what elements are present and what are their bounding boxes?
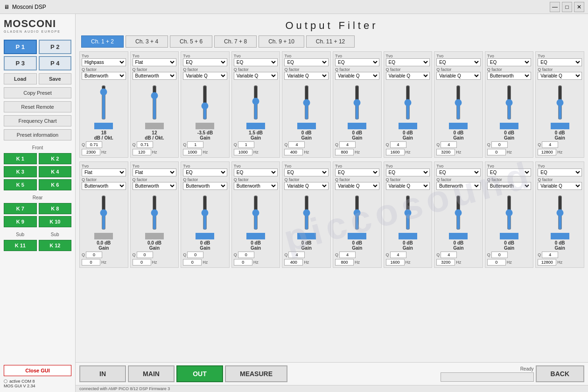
gain-slider-1-2[interactable] bbox=[150, 85, 159, 120]
k4-button[interactable]: K 4 bbox=[39, 166, 72, 177]
q-input-2-8[interactable] bbox=[441, 252, 457, 258]
q-input-2-2[interactable] bbox=[137, 252, 153, 258]
qfactor-select-2-7[interactable]: Variable QButterworth bbox=[386, 182, 430, 190]
preset-p2-button[interactable]: P 2 bbox=[39, 40, 72, 54]
tvo-select-2-4[interactable]: EQFlat bbox=[234, 168, 278, 176]
gain-slider-1-10[interactable] bbox=[555, 85, 565, 120]
hz-input-2-1[interactable] bbox=[82, 259, 100, 266]
qfactor-select-2-9[interactable]: ButterworthVariable Q bbox=[487, 182, 532, 190]
qfactor-select-1-1[interactable]: ButterworthVariable Q bbox=[82, 72, 126, 80]
gain-slider-2-9[interactable] bbox=[504, 195, 514, 230]
qfactor-select-2-3[interactable]: ButterworthVariable Q bbox=[183, 182, 227, 190]
tvo-select-2-7[interactable]: EQFlat bbox=[386, 168, 430, 176]
tvo-select-1-2[interactable]: FlatHighpassLowpassEQ bbox=[133, 58, 177, 66]
gain-slider-1-1[interactable] bbox=[99, 85, 108, 120]
q-input-1-2[interactable] bbox=[137, 141, 153, 148]
hz-input-2-4[interactable] bbox=[234, 259, 252, 266]
gain-slider-1-8[interactable] bbox=[454, 85, 463, 120]
qfactor-select-1-6[interactable]: Variable QButterworth bbox=[335, 72, 379, 80]
q-input-1-1[interactable] bbox=[86, 141, 102, 148]
close-gui-button[interactable]: Close GUI bbox=[4, 365, 71, 376]
gain-slider-2-1[interactable] bbox=[99, 195, 108, 230]
k12-button[interactable]: K 12 bbox=[39, 240, 72, 251]
k8-button[interactable]: K 8 bbox=[39, 203, 72, 214]
tvo-select-1-1[interactable]: HighpassLowpassFlatEQ bbox=[82, 58, 126, 66]
q-input-2-9[interactable] bbox=[491, 252, 508, 258]
qfactor-select-1-2[interactable]: ButterworthVariable Q bbox=[133, 72, 177, 80]
ch-tab-1-2[interactable]: Ch. 1 + 2 bbox=[81, 35, 124, 48]
q-input-1-5[interactable] bbox=[288, 141, 305, 148]
qfactor-select-1-5[interactable]: Variable QButterworth bbox=[284, 72, 329, 80]
hz-input-1-3[interactable] bbox=[183, 149, 202, 155]
gain-slider-1-5[interactable] bbox=[302, 85, 311, 120]
out-button[interactable]: OUT bbox=[176, 365, 223, 382]
qfactor-select-2-8[interactable]: ButterworthVariable Q bbox=[436, 182, 481, 190]
q-input-1-4[interactable] bbox=[238, 141, 254, 148]
minimize-button[interactable]: — bbox=[550, 2, 560, 12]
maximize-button[interactable]: □ bbox=[562, 2, 572, 12]
qfactor-select-2-5[interactable]: Variable QButterworth bbox=[284, 182, 329, 190]
gain-slider-1-4[interactable] bbox=[251, 85, 260, 120]
tvo-select-2-6[interactable]: EQFlat bbox=[335, 168, 379, 176]
gain-slider-2-5[interactable] bbox=[302, 195, 311, 230]
tvo-select-2-2[interactable]: FlatEQ bbox=[133, 168, 177, 176]
back-button[interactable]: BACK bbox=[536, 365, 584, 382]
save-button[interactable]: Save bbox=[39, 73, 72, 84]
k10-button[interactable]: K 10 bbox=[39, 216, 72, 227]
qfactor-select-1-9[interactable]: ButterworthVariable Q bbox=[487, 72, 532, 80]
gain-slider-2-8[interactable] bbox=[454, 195, 463, 230]
tvo-select-2-5[interactable]: EQFlat bbox=[284, 168, 329, 176]
hz-input-1-9[interactable] bbox=[487, 149, 506, 155]
in-button[interactable]: IN bbox=[79, 365, 126, 382]
gain-slider-2-10[interactable] bbox=[555, 195, 565, 230]
gain-slider-1-7[interactable] bbox=[403, 85, 413, 120]
qfactor-select-1-10[interactable]: Variable QButterworth bbox=[538, 72, 582, 80]
gain-slider-1-9[interactable] bbox=[504, 85, 514, 120]
ch-tab-9-10[interactable]: Ch. 9 + 10 bbox=[259, 35, 304, 48]
gain-slider-1-3[interactable] bbox=[200, 85, 210, 120]
k2-button[interactable]: K 2 bbox=[39, 153, 72, 164]
qfactor-select-2-4[interactable]: ButterworthVariable Q bbox=[234, 182, 278, 190]
qfactor-select-2-1[interactable]: ButterworthVariable Q bbox=[82, 182, 126, 190]
k1-button[interactable]: K 1 bbox=[4, 153, 37, 164]
qfactor-select-1-3[interactable]: Variable QButterworth bbox=[183, 72, 227, 80]
tvo-select-1-10[interactable]: EQFlat bbox=[538, 58, 582, 66]
k3-button[interactable]: K 3 bbox=[4, 166, 37, 177]
hz-input-1-1[interactable] bbox=[82, 149, 100, 155]
tvo-select-2-10[interactable]: EQFlat bbox=[538, 168, 582, 176]
gain-slider-2-3[interactable] bbox=[200, 195, 210, 230]
tvo-select-1-3[interactable]: EQFlatHighpassLowpass bbox=[183, 58, 227, 66]
k5-button[interactable]: K 5 bbox=[4, 179, 37, 190]
q-input-2-1[interactable] bbox=[86, 252, 102, 258]
q-input-1-8[interactable] bbox=[441, 141, 457, 148]
reset-remote-button[interactable]: Reset Remote bbox=[4, 101, 71, 112]
q-input-1-10[interactable] bbox=[542, 141, 558, 148]
hz-input-2-7[interactable] bbox=[386, 259, 405, 266]
k9-button[interactable]: K 9 bbox=[4, 216, 37, 227]
hz-input-2-3[interactable] bbox=[183, 259, 202, 266]
close-window-button[interactable]: ✕ bbox=[574, 2, 584, 12]
tvo-select-1-7[interactable]: EQFlat bbox=[386, 58, 430, 66]
hz-input-1-6[interactable] bbox=[335, 149, 354, 155]
q-input-1-6[interactable] bbox=[339, 141, 356, 148]
preset-information-button[interactable]: Preset information bbox=[4, 129, 71, 140]
q-input-2-5[interactable] bbox=[288, 252, 305, 258]
hz-input-2-10[interactable] bbox=[538, 259, 556, 266]
preset-p1-button[interactable]: P 1 bbox=[4, 40, 37, 54]
qfactor-select-1-4[interactable]: Variable QButterworth bbox=[234, 72, 278, 80]
gain-slider-2-6[interactable] bbox=[352, 195, 362, 230]
main-button[interactable]: MAIN bbox=[128, 365, 175, 382]
hz-input-1-2[interactable] bbox=[133, 149, 151, 155]
hz-input-2-8[interactable] bbox=[436, 259, 455, 266]
ch-tab-11-12[interactable]: Ch. 11 + 12 bbox=[306, 35, 355, 48]
qfactor-select-1-8[interactable]: Variable QButterworth bbox=[436, 72, 481, 80]
k7-button[interactable]: K 7 bbox=[4, 203, 37, 214]
tvo-select-2-8[interactable]: EQFlat bbox=[436, 168, 481, 176]
k11-button[interactable]: K 11 bbox=[4, 240, 37, 251]
q-input-2-6[interactable] bbox=[339, 252, 356, 258]
gain-slider-1-6[interactable] bbox=[352, 85, 362, 120]
q-input-1-7[interactable] bbox=[390, 141, 406, 148]
tvo-select-1-4[interactable]: EQFlatHighpassLowpass bbox=[234, 58, 278, 66]
tvo-select-2-1[interactable]: FlatEQ bbox=[82, 168, 126, 176]
tvo-select-1-6[interactable]: EQFlat bbox=[335, 58, 379, 66]
